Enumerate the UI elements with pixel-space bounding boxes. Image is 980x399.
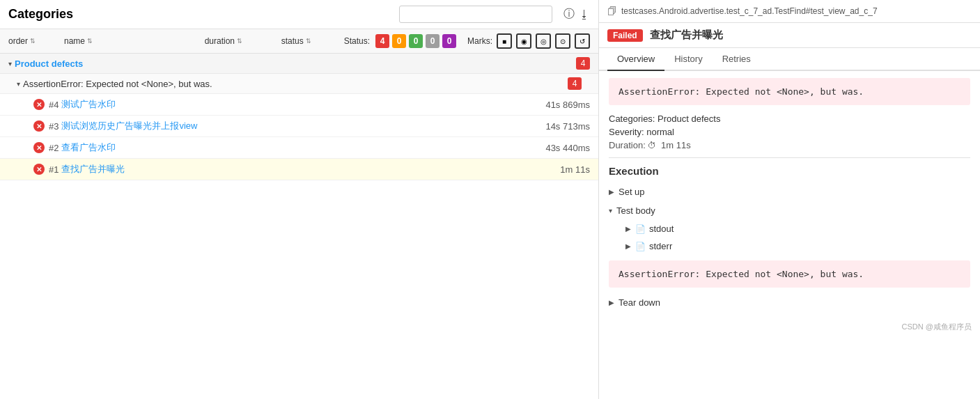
- divider: [609, 157, 970, 158]
- right-panel: 🗍 testcases.Android.advertise.test_c_7_a…: [599, 0, 980, 399]
- meta-section: Categories: Product defects Severity: no…: [609, 114, 970, 150]
- error-message-bottom: AssertionError: Expected not <None>, but…: [619, 269, 864, 279]
- meta-duration: Duration: ⏱ 1m 11s: [609, 140, 970, 150]
- duration-value: 1m 11s: [661, 140, 691, 150]
- error-icon: ✕: [33, 120, 45, 132]
- tab-overview[interactable]: Overview: [607, 48, 664, 71]
- info-icon-btn[interactable]: ⓘ: [563, 7, 575, 22]
- left-panel: Categories ⓘ ⭳ order ⇅ name ⇅ duration ⇅…: [0, 0, 599, 399]
- download-icon-btn[interactable]: ⭳: [579, 7, 590, 22]
- mark-btn-5[interactable]: ↺: [575, 33, 590, 49]
- badge-unknown: 0: [442, 34, 456, 48]
- marks-text: Marks:: [467, 36, 492, 46]
- clock-icon: ⏱: [648, 141, 656, 150]
- watermark: CSDN @咸鱼程序员: [599, 319, 980, 335]
- table-row[interactable]: ✕ #1 查找广告并曝光 1m 11s: [0, 159, 598, 180]
- stderr-file-icon: 📄: [635, 242, 646, 251]
- badge-passed: 0: [409, 34, 423, 48]
- error-icon: ✕: [33, 142, 45, 153]
- meta-categories: Categories: Product defects: [609, 114, 970, 124]
- error-block-bottom: AssertionError: Expected not <None>, but…: [609, 260, 970, 288]
- test-duration: 43s 440ms: [545, 143, 590, 153]
- page-title: Categories: [8, 7, 73, 22]
- setup-label: Set up: [619, 187, 645, 197]
- col-name: name ⇅: [64, 36, 205, 46]
- execution-title: Execution: [609, 165, 970, 177]
- test-body-item[interactable]: ▾ Test body: [609, 201, 970, 220]
- table-row[interactable]: ✕ #3 测试浏览历史广告曝光并上报view 14s 713ms: [0, 116, 598, 137]
- test-body-label: Test body: [616, 205, 655, 216]
- test-name: 查看广告水印: [61, 141, 545, 154]
- test-id: #1: [49, 164, 59, 175]
- stdout-item[interactable]: ▶ 📄 stdout: [609, 220, 970, 237]
- mark-btn-3[interactable]: ◎: [536, 33, 551, 49]
- status-badge: Failed: [607, 29, 643, 42]
- stdout-label: stdout: [649, 224, 674, 234]
- mark-btn-1[interactable]: ■: [497, 33, 512, 49]
- test-title: 查找广告并曝光: [650, 29, 723, 42]
- test-duration: 41s 869ms: [545, 100, 590, 110]
- meta-severity: Severity: normal: [609, 127, 970, 137]
- search-input[interactable]: [399, 6, 552, 23]
- left-header: Categories ⓘ ⭳: [0, 0, 598, 29]
- tree-content: ▾ Product defects 4 ▾ AssertionError: Ex…: [0, 54, 598, 399]
- teardown-caret-icon: ▶: [609, 299, 614, 306]
- stderr-caret-icon: ▶: [625, 242, 631, 250]
- table-row[interactable]: ✕ #2 查看广告水印 43s 440ms: [0, 137, 598, 159]
- overview-content: AssertionError: Expected not <None>, but…: [599, 71, 980, 319]
- test-duration: 1m 11s: [560, 164, 590, 175]
- sub-group-name: AssertionError: Expected not <None>, but…: [23, 79, 212, 89]
- sub-group-assertion[interactable]: ▾ AssertionError: Expected not <None>, b…: [0, 74, 598, 94]
- error-block-top: AssertionError: Expected not <None>, but…: [609, 78, 970, 105]
- col-duration: duration ⇅: [205, 36, 281, 46]
- setup-caret-icon: ▶: [609, 188, 614, 196]
- test-duration: 14s 713ms: [545, 121, 590, 132]
- badge-failed: 4: [375, 34, 389, 48]
- stdout-file-icon: 📄: [635, 224, 646, 234]
- mark-btn-2[interactable]: ◉: [516, 33, 531, 49]
- file-icon: 🗍: [607, 6, 617, 17]
- error-icon: ✕: [33, 164, 45, 175]
- status-sort-icon[interactable]: ⇅: [306, 38, 311, 45]
- sub-group-toggle-icon: ▾: [17, 80, 20, 88]
- setup-item[interactable]: ▶ Set up: [609, 182, 970, 201]
- teardown-item[interactable]: ▶ Tear down: [609, 293, 970, 312]
- col-order: order ⇅: [8, 36, 64, 46]
- right-content: Failed 查找广告并曝光 Overview History Retries …: [599, 23, 980, 399]
- table-row[interactable]: ✕ #4 测试广告水印 41s 869ms: [0, 94, 598, 116]
- tab-retries[interactable]: Retries: [713, 48, 761, 71]
- duration-label: duration: [205, 36, 235, 46]
- stderr-label: stderr: [649, 241, 672, 251]
- group-toggle-icon: ▾: [8, 60, 12, 68]
- name-sort-icon[interactable]: ⇅: [87, 38, 93, 45]
- badge-warning: 0: [392, 34, 406, 48]
- duration-sort-icon[interactable]: ⇅: [237, 38, 242, 45]
- badge-skipped: 0: [426, 34, 440, 48]
- test-id: #4: [49, 100, 59, 110]
- tab-history[interactable]: History: [664, 48, 712, 71]
- status-label: status: [281, 36, 304, 46]
- order-sort-icon[interactable]: ⇅: [30, 38, 36, 45]
- test-id: #2: [49, 143, 59, 153]
- status-badges: Status: 4 0 0 0 0 Marks: ■ ◉ ◎ ⊙ ↺: [344, 33, 590, 49]
- error-icon: ✕: [33, 99, 45, 110]
- header-icons: ⓘ ⭳: [563, 7, 590, 22]
- mark-btn-4[interactable]: ⊙: [555, 33, 570, 49]
- test-name: 测试浏览历史广告曝光并上报view: [61, 120, 545, 132]
- teardown-label: Tear down: [619, 297, 660, 308]
- group-name: Product defects: [15, 58, 83, 69]
- order-label: order: [8, 36, 28, 46]
- error-message-top: AssertionError: Expected not <None>, but…: [619, 86, 864, 97]
- duration-label: Duration:: [609, 140, 646, 150]
- stderr-item[interactable]: ▶ 📄 stderr: [609, 237, 970, 255]
- name-label: name: [64, 36, 85, 46]
- test-id: #3: [49, 121, 59, 132]
- test-body-caret-icon: ▾: [609, 207, 612, 214]
- test-status-bar: Failed 查找广告并曝光: [599, 23, 980, 48]
- tabs: Overview History Retries: [599, 48, 980, 71]
- group-product-defects[interactable]: ▾ Product defects 4: [0, 54, 598, 74]
- group-count: 4: [576, 57, 590, 70]
- stdout-caret-icon: ▶: [625, 225, 631, 233]
- status-text: Status:: [344, 36, 370, 46]
- test-name: 查找广告并曝光: [61, 163, 560, 175]
